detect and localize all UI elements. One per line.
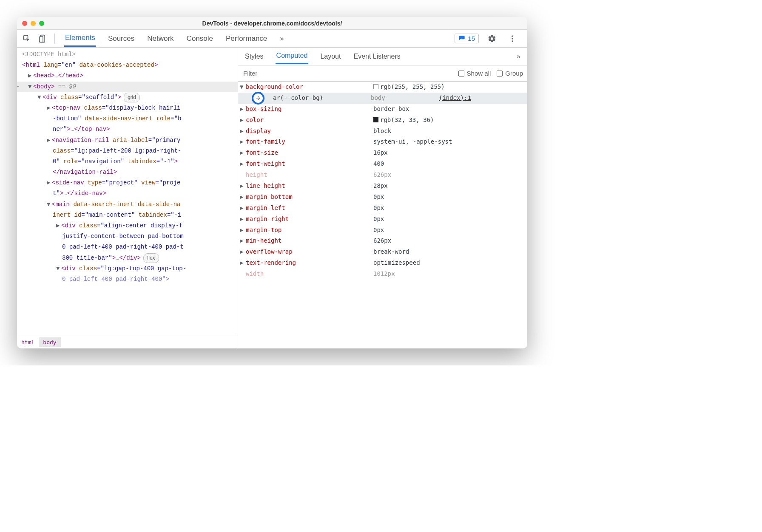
disclosure-triangle-icon[interactable]: ▶	[47, 135, 52, 146]
device-toggle-icon[interactable]	[36, 31, 50, 46]
tab-styles[interactable]: Styles	[244, 49, 264, 64]
disclosure-triangle-icon[interactable]: ▶	[240, 235, 246, 246]
dom-line[interactable]: class="lg:pad-left-200 lg:pad-right-	[17, 146, 238, 156]
disclosure-triangle-icon[interactable]: ▶	[240, 181, 246, 192]
disclosure-triangle-icon[interactable]: ▼	[240, 82, 246, 93]
tab-sources[interactable]: Sources	[107, 31, 135, 46]
property-value: rgb(255, 255, 255)	[373, 82, 524, 93]
computed-property-row[interactable]: ▶font-size16px	[238, 147, 527, 158]
dom-line[interactable]: 0 pad-left-400 pad-right-400">	[17, 274, 238, 285]
dom-line[interactable]: ▶<div class="align-center display-f	[17, 221, 238, 231]
dom-line[interactable]: <!DOCTYPE html>	[17, 49, 238, 60]
side-tabs-overflow-icon[interactable]: »	[516, 49, 521, 64]
color-swatch-icon[interactable]	[373, 117, 378, 122]
computed-list[interactable]: ▼background-colorrgb(255, 255, 255)ar(--…	[238, 82, 527, 348]
group-checkbox[interactable]: Group	[497, 70, 523, 77]
disclosure-triangle-icon[interactable]: ▶	[240, 158, 246, 170]
dom-line[interactable]: ▼<div class="lg:gap-top-400 gap-top-	[17, 263, 238, 274]
dom-line[interactable]: ner">…</top-nav>	[17, 124, 238, 135]
flex-badge[interactable]: flex	[143, 253, 159, 263]
dom-line[interactable]: ▼<div class="scaffold">grid	[17, 92, 238, 103]
disclosure-triangle-icon[interactable]: ▼	[28, 82, 33, 92]
dom-line[interactable]: ▼<main data-search-inert data-side-na	[17, 199, 238, 210]
disclosure-triangle-icon[interactable]: ▼	[37, 92, 43, 103]
disclosure-triangle-icon[interactable]: ▶	[240, 225, 246, 236]
disclosure-triangle-icon[interactable]: ▶	[56, 221, 61, 231]
disclosure-triangle-icon[interactable]: ▼	[47, 199, 52, 210]
computed-property-row[interactable]: ▶margin-bottom0px	[238, 192, 527, 203]
disclosure-triangle-icon[interactable]: ▼	[56, 263, 61, 274]
dom-line[interactable]: t">…</side-nav>	[17, 188, 238, 199]
dom-line[interactable]: 0 pad-left-400 pad-right-400 pad-t	[17, 242, 238, 252]
disclosure-triangle-icon[interactable]: ▶	[240, 214, 246, 225]
dom-line[interactable]: 300 title-bar">…</div>flex	[17, 253, 238, 263]
trace-source-link[interactable]: (index):1	[439, 93, 471, 104]
computed-property-row[interactable]: ▶displayblock	[238, 126, 527, 137]
dom-line[interactable]: </navigation-rail>	[17, 167, 238, 178]
tab-console[interactable]: Console	[186, 31, 214, 46]
dom-line-selected[interactable]: ▼<body> == $0	[17, 82, 238, 92]
dom-line[interactable]: ▶<navigation-rail aria-label="primary	[17, 135, 238, 146]
property-value: 400	[373, 158, 524, 170]
computed-property-row[interactable]: ▶font-weight400	[238, 158, 527, 170]
disclosure-triangle-icon[interactable]: ▶	[240, 147, 246, 158]
tab-computed[interactable]: Computed	[276, 48, 309, 64]
disclosure-triangle-icon[interactable]: ▶	[240, 126, 246, 137]
issues-badge[interactable]: 15	[455, 34, 479, 43]
dom-line[interactable]: ▶<head>…</head>	[17, 71, 238, 81]
computed-property-row[interactable]: ▶font-familysystem-ui, -apple-syst	[238, 136, 527, 147]
tab-performance[interactable]: Performance	[225, 31, 268, 46]
dom-line[interactable]: inert id="main-content" tabindex="-1	[17, 210, 238, 221]
settings-icon[interactable]	[485, 31, 499, 46]
trace-value: ar(--color-bg)	[251, 93, 371, 104]
computed-property-row[interactable]: ▶overflow-wrapbreak-word	[238, 246, 527, 258]
disclosure-triangle-icon[interactable]: ▶	[240, 136, 246, 147]
computed-property-row[interactable]: ▶margin-left0px	[238, 203, 527, 214]
show-all-checkbox[interactable]: Show all	[458, 70, 491, 77]
disclosure-triangle-icon[interactable]: ▶	[240, 192, 246, 203]
computed-property-row[interactable]: ▶box-sizingborder-box	[238, 104, 527, 115]
dom-line[interactable]: 0" role="navigation" tabindex="-1">	[17, 156, 238, 167]
tab-event-listeners[interactable]: Event Listeners	[353, 49, 401, 64]
dom-line[interactable]: ▶<top-nav class="display-block hairli	[17, 103, 238, 113]
computed-property-row[interactable]: ▶min-height626px	[238, 235, 527, 246]
computed-property-row[interactable]: ▶colorrgb(32, 33, 36)	[238, 115, 527, 126]
color-swatch-icon[interactable]	[373, 84, 378, 89]
crumb-body[interactable]: body	[39, 337, 60, 347]
computed-property-row[interactable]: height626px	[238, 170, 527, 181]
crumb-html[interactable]: html	[17, 337, 39, 347]
dom-line[interactable]: justify-content-between pad-bottom	[17, 231, 238, 242]
disclosure-triangle-icon[interactable]: ▶	[28, 71, 33, 81]
grid-badge[interactable]: grid	[124, 93, 140, 103]
tab-layout[interactable]: Layout	[319, 49, 341, 64]
disclosure-triangle-icon[interactable]: ▶	[240, 115, 246, 126]
disclosure-triangle-icon[interactable]: ▶	[47, 178, 52, 188]
disclosure-triangle-icon[interactable]: ▶	[240, 203, 246, 214]
minimize-icon[interactable]	[31, 21, 36, 26]
close-icon[interactable]	[22, 21, 27, 26]
computed-property-row[interactable]: ▼background-colorrgb(255, 255, 255)	[238, 82, 527, 93]
disclosure-triangle-icon[interactable]: ▶	[240, 246, 246, 258]
computed-trace-row[interactable]: ar(--color-bg)body(index):1	[238, 93, 527, 104]
tab-network[interactable]: Network	[146, 31, 174, 46]
computed-property-row[interactable]: ▶text-renderingoptimizespeed	[238, 258, 527, 269]
kebab-menu-icon[interactable]	[505, 31, 520, 46]
filter-input[interactable]	[242, 69, 452, 77]
computed-property-row[interactable]: width1012px	[238, 269, 527, 280]
computed-property-row[interactable]: ▶line-height28px	[238, 181, 527, 192]
disclosure-triangle-icon[interactable]: ▶	[47, 103, 52, 113]
computed-property-row[interactable]: ▶margin-right0px	[238, 214, 527, 225]
navigate-arrow-icon[interactable]	[252, 92, 264, 105]
tabs-overflow-icon[interactable]: »	[279, 31, 284, 46]
property-value: block	[373, 126, 524, 137]
dom-line[interactable]: ▶<side-nav type="project" view="proje	[17, 178, 238, 188]
tab-elements[interactable]: Elements	[64, 30, 96, 47]
dom-line[interactable]: <html lang="en" data-cookies-accepted>	[17, 60, 238, 71]
dom-line[interactable]: -bottom" data-side-nav-inert role="b	[17, 113, 238, 124]
inspect-icon[interactable]	[20, 31, 34, 46]
dom-tree[interactable]: <!DOCTYPE html> <html lang="en" data-coo…	[17, 48, 238, 336]
disclosure-triangle-icon[interactable]: ▶	[240, 104, 246, 115]
disclosure-triangle-icon[interactable]: ▶	[240, 258, 246, 269]
computed-property-row[interactable]: ▶margin-top0px	[238, 225, 527, 236]
maximize-icon[interactable]	[39, 21, 44, 26]
